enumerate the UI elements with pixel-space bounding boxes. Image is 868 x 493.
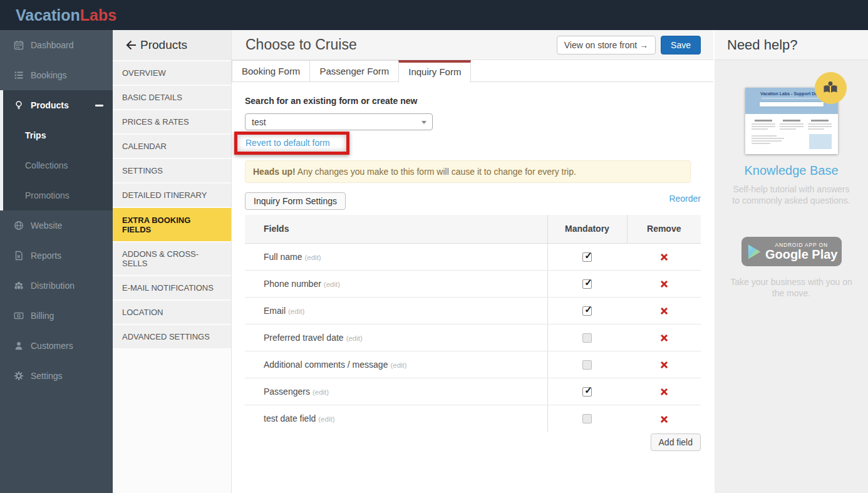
form-select[interactable]: test — [245, 113, 433, 130]
subnav-item-prices-rates[interactable]: PRICES & RATES — [113, 110, 231, 135]
reorder-link[interactable]: Reorder — [669, 194, 701, 204]
remove-icon[interactable]: ✖ — [660, 415, 668, 423]
revert-default-link[interactable]: Revert to default form — [245, 138, 330, 148]
subnav-item-basic-details[interactable]: BASIC DETAILS — [113, 86, 231, 110]
subnav-item-overview[interactable]: OVERVIEW — [113, 61, 231, 86]
sidebar-item-billing[interactable]: Billing — [0, 301, 113, 331]
field-name: Email — [264, 306, 286, 316]
col-header-mandatory: Mandatory — [547, 215, 627, 243]
select-arrow-icon — [421, 121, 426, 124]
subnav-item-calendar[interactable]: CALENDAR — [113, 135, 231, 159]
sidebar-item-settings[interactable]: Settings — [0, 361, 113, 391]
remove-icon[interactable]: ✖ — [660, 253, 668, 261]
mandatory-checkbox[interactable] — [582, 279, 592, 289]
report-icon — [14, 251, 24, 261]
edit-link[interactable]: (edit) — [318, 415, 334, 423]
table-row: test date field(edit) ✖ — [245, 405, 701, 432]
subnav-item-location[interactable]: LOCATION — [113, 301, 231, 325]
view-store-front-button[interactable]: View on store front → — [557, 36, 656, 54]
form-select-value: test — [252, 117, 266, 127]
mandatory-checkbox[interactable] — [582, 306, 592, 316]
sidebar-item-label: Trips — [25, 130, 46, 140]
play-triangle-icon — [748, 244, 761, 260]
sidebar-item-products[interactable]: Products — [0, 90, 113, 120]
sidebar-item-reports[interactable]: Reports — [0, 241, 113, 271]
edit-link[interactable]: (edit) — [313, 388, 329, 396]
col-header-remove: Remove — [627, 215, 701, 243]
sidebar-item-label: Promotions — [25, 190, 70, 200]
edit-link[interactable]: (edit) — [324, 281, 340, 288]
subnav-item-extra-booking-fields[interactable]: EXTRA BOOKING FIELDS — [113, 208, 231, 242]
field-name: Passengers — [264, 387, 310, 397]
remove-icon[interactable]: ✖ — [660, 280, 668, 288]
edit-link[interactable]: (edit) — [288, 308, 304, 315]
field-name: Additional comments / message — [264, 360, 388, 370]
subnav-item-advanced-settings[interactable]: ADVANCED SETTINGS — [113, 325, 231, 350]
sidebar-item-bookings[interactable]: Bookings — [0, 60, 113, 90]
globe-icon — [14, 221, 24, 231]
sidebar-item-collections[interactable]: Collections — [0, 150, 113, 180]
sidebar-section-top: Dashboard Bookings — [0, 30, 113, 90]
sidebar-item-label: Bookings — [31, 70, 67, 80]
google-play-badge[interactable]: ANDROID APP ON Google Play — [741, 237, 842, 266]
sidebar-item-label: Website — [31, 221, 62, 231]
main-sidebar: Dashboard Bookings Products Trips Collec… — [0, 30, 113, 493]
remove-icon[interactable]: ✖ — [660, 334, 668, 342]
subnav-items: OVERVIEWBASIC DETAILSPRICES & RATESCALEN… — [113, 61, 231, 350]
subnav-item-settings[interactable]: SETTINGS — [113, 159, 231, 184]
collapse-minus-icon[interactable] — [95, 105, 103, 106]
tab-passenger-form[interactable]: Passenger Form — [309, 60, 399, 81]
sidebar-item-label: Reports — [31, 251, 61, 261]
subnav-header[interactable]: Products — [113, 30, 231, 60]
sidebar-item-promotions[interactable]: Promotions — [0, 180, 113, 210]
table-row: Full name(edit) ✖ — [245, 243, 701, 270]
gear-icon — [14, 371, 24, 381]
knowledge-base-card[interactable]: Vacation Labs - Support Desk — [745, 88, 838, 154]
reading-icon — [822, 80, 839, 97]
back-arrow-icon[interactable] — [126, 40, 137, 50]
bulb-icon — [14, 100, 24, 110]
mandatory-checkbox[interactable] — [582, 414, 592, 423]
edit-link[interactable]: (edit) — [346, 335, 363, 342]
sidebar-item-trips[interactable]: Trips — [0, 120, 113, 150]
remove-icon[interactable]: ✖ — [660, 307, 668, 315]
mandatory-checkbox[interactable] — [582, 252, 592, 262]
sidebar-section-bottom: Website Reports Distribution Billing Cus… — [0, 210, 113, 391]
mandatory-checkbox[interactable] — [582, 387, 592, 397]
table-row: Preferred travel date(edit) ✖ — [245, 324, 701, 351]
table-row: Phone number(edit) ✖ — [245, 270, 701, 297]
sidebar-item-label: Distribution — [31, 281, 75, 291]
calendar-icon — [14, 40, 24, 50]
help-sidebar: Need help? Vacation Labs - Support Desk … — [715, 30, 868, 493]
subnav-item-e-mail-notifications[interactable]: E-MAIL NOTIFICATIONS — [113, 276, 231, 301]
mandatory-checkbox[interactable] — [582, 360, 592, 370]
add-field-button[interactable]: Add field — [651, 433, 701, 451]
save-button[interactable]: Save — [661, 36, 701, 54]
vacationlabs-logo[interactable]: VacationLabs — [16, 6, 116, 24]
sidebar-item-distribution[interactable]: Distribution — [0, 271, 113, 301]
subnav-item-addons-cross-sells[interactable]: ADDONS & CROSS-SELLS — [113, 242, 231, 276]
sidebar-item-dashboard[interactable]: Dashboard — [0, 30, 113, 60]
field-name: test date field — [264, 413, 316, 423]
sidebar-item-label: Collections — [25, 160, 68, 170]
tab-inquiry-form[interactable]: Inquiry Form — [398, 60, 471, 83]
knowledge-base-link[interactable]: Knowledge Base — [715, 163, 868, 178]
tab-booking-form[interactable]: Booking Form — [232, 60, 310, 81]
sidebar-item-label: Settings — [31, 371, 63, 381]
help-header: Need help? — [715, 30, 868, 60]
table-row: Additional comments / message(edit) ✖ — [245, 351, 701, 378]
remove-icon[interactable]: ✖ — [660, 388, 668, 396]
sidebar-item-customers[interactable]: Customers — [0, 331, 113, 361]
annotation-highlight-box: Revert to default form — [234, 132, 349, 155]
sidebar-item-website[interactable]: Website — [0, 210, 113, 241]
sidebar-item-label: Products — [31, 100, 69, 110]
fields-table: Fields Mandatory Remove Full name(edit) … — [245, 215, 701, 432]
mandatory-checkbox[interactable] — [582, 333, 592, 343]
inquiry-form-settings-button[interactable]: Inquiry Form Settings — [245, 192, 346, 210]
knowledge-base-text: Self-help tutorial with answers to commo… — [730, 184, 852, 206]
subnav-item-detailed-itinerary[interactable]: DETAILED ITINERARY — [113, 184, 231, 208]
remove-icon[interactable]: ✖ — [660, 361, 668, 369]
edit-link[interactable]: (edit) — [304, 254, 321, 261]
edit-link[interactable]: (edit) — [390, 361, 406, 369]
form-tabs: Booking FormPassenger FormInquiry Form — [232, 60, 713, 82]
